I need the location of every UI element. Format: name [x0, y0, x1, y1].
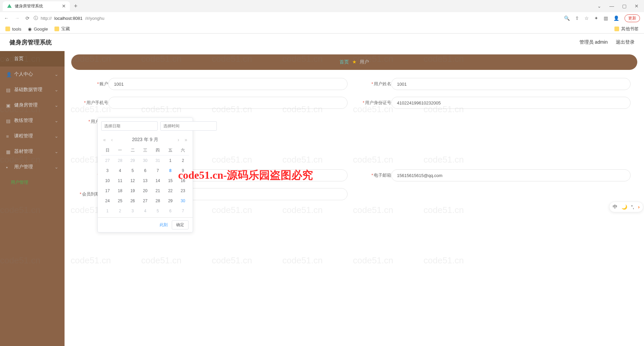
- dp-day[interactable]: 7: [177, 206, 189, 216]
- dp-day[interactable]: 29: [164, 196, 176, 206]
- users-icon: ▪: [6, 165, 11, 169]
- breadcrumb-current: 用户: [360, 59, 369, 64]
- window-dropdown-icon[interactable]: ⌄: [597, 3, 601, 9]
- dp-day[interactable]: 10: [101, 176, 114, 186]
- window-close-icon[interactable]: ✕: [635, 3, 639, 9]
- dp-day[interactable]: 25: [114, 196, 126, 206]
- dp-day[interactable]: 20: [139, 186, 151, 196]
- dp-day[interactable]: 9: [177, 166, 189, 176]
- bookmark-google[interactable]: ◉Google: [28, 27, 48, 32]
- browser-tab[interactable]: 健身房管理系统 ✕: [3, 1, 70, 11]
- account-input[interactable]: [108, 78, 348, 90]
- dp-day[interactable]: 6: [164, 206, 176, 216]
- idcard-input[interactable]: [391, 97, 631, 109]
- dp-calendar-grid: 日一二三四五六272829303112345678910111213141516…: [98, 145, 193, 217]
- dp-day[interactable]: 19: [126, 186, 139, 196]
- tab-close-icon[interactable]: ✕: [62, 3, 66, 9]
- dp-day[interactable]: 3: [101, 166, 114, 176]
- breadcrumb-home[interactable]: 首页: [339, 59, 349, 64]
- dp-day[interactable]: 18: [114, 186, 126, 196]
- phone-input[interactable]: [108, 97, 348, 109]
- arrow-right-icon[interactable]: ›: [638, 204, 640, 210]
- dp-day[interactable]: 14: [152, 176, 164, 186]
- extensions-icon[interactable]: ✦: [594, 15, 598, 21]
- dp-day[interactable]: 30: [177, 196, 189, 206]
- sidebar-item-home[interactable]: ⌂首页: [0, 51, 65, 67]
- field-name: *用户姓名: [361, 78, 631, 90]
- dp-day[interactable]: 2: [114, 206, 126, 216]
- dp-day[interactable]: 28: [114, 156, 126, 166]
- share-icon[interactable]: ⇪: [575, 15, 579, 21]
- dp-day[interactable]: 2: [177, 156, 189, 166]
- dp-day[interactable]: 23: [177, 186, 189, 196]
- dp-day[interactable]: 28: [152, 196, 164, 206]
- dp-day[interactable]: 5: [152, 206, 164, 216]
- dp-day[interactable]: 22: [164, 186, 176, 196]
- zoom-icon[interactable]: 🔍: [564, 15, 570, 21]
- dp-day[interactable]: 21: [152, 186, 164, 196]
- dp-day[interactable]: 17: [101, 186, 114, 196]
- sidebar-item-gym[interactable]: ▣健身房管理⌄: [0, 97, 65, 113]
- dp-day[interactable]: 16: [177, 176, 189, 186]
- dp-day[interactable]: 6: [139, 166, 151, 176]
- dp-prev-year-icon[interactable]: «: [102, 137, 107, 142]
- bookmark-treasure[interactable]: 宝藏: [54, 26, 70, 32]
- back-icon[interactable]: ←: [4, 15, 9, 21]
- other-bookmarks[interactable]: 其他书签: [614, 26, 639, 32]
- dp-day[interactable]: 30: [139, 156, 151, 166]
- dp-day[interactable]: 7: [152, 166, 164, 176]
- dp-next-month-icon[interactable]: ›: [176, 137, 181, 142]
- dp-title: 2023 年 9 月: [117, 137, 173, 143]
- star-icon[interactable]: ☆: [585, 15, 589, 21]
- dp-time-input[interactable]: [160, 121, 217, 131]
- dp-day[interactable]: 24: [101, 196, 114, 206]
- dp-day[interactable]: 3: [126, 206, 139, 216]
- dp-day[interactable]: 27: [101, 156, 114, 166]
- dp-ok-button[interactable]: 确定: [172, 220, 189, 229]
- dp-date-input[interactable]: [101, 121, 158, 131]
- dp-day[interactable]: 4: [139, 206, 151, 216]
- url-box[interactable]: ⓘ http://localhost:8081/#/yonghu: [34, 15, 104, 21]
- dp-day[interactable]: 1: [164, 156, 176, 166]
- sidebar-item-equipment[interactable]: ▦器材管理⌄: [0, 144, 65, 159]
- window-minimize-icon[interactable]: —: [609, 3, 614, 9]
- update-button[interactable]: 更新: [625, 14, 640, 22]
- reload-icon[interactable]: ⟳: [26, 15, 30, 21]
- moon-icon[interactable]: 🌙: [621, 204, 627, 210]
- dp-day[interactable]: 27: [139, 196, 151, 206]
- dp-day[interactable]: 11: [114, 176, 126, 186]
- logout-link[interactable]: 退出登录: [616, 39, 635, 45]
- dp-day[interactable]: 4: [114, 166, 126, 176]
- panel-icon[interactable]: ▥: [604, 15, 608, 21]
- dp-day[interactable]: 5: [126, 166, 139, 176]
- profile-icon[interactable]: 👤: [613, 15, 619, 21]
- email-input[interactable]: [391, 169, 631, 181]
- new-tab-button[interactable]: +: [74, 3, 78, 10]
- window-maximize-icon[interactable]: ▢: [622, 3, 627, 9]
- dp-day[interactable]: 31: [152, 156, 164, 166]
- site-info-icon[interactable]: ⓘ: [34, 15, 38, 21]
- sidebar-item-course[interactable]: ≡课程管理⌄: [0, 128, 65, 144]
- dp-day[interactable]: 29: [126, 156, 139, 166]
- dp-day[interactable]: 1: [101, 206, 114, 216]
- quote-icon[interactable]: “,: [631, 204, 634, 210]
- sidebar-item-profile[interactable]: 👤个人中心⌄: [0, 67, 65, 82]
- dp-day[interactable]: 15: [164, 176, 176, 186]
- dp-day[interactable]: 13: [139, 176, 151, 186]
- dp-day[interactable]: 8: [164, 166, 176, 176]
- forward-icon[interactable]: →: [15, 15, 19, 21]
- sidebar-subitem-users[interactable]: 用户管理: [0, 175, 65, 190]
- dp-next-year-icon[interactable]: »: [183, 137, 189, 142]
- dp-prev-month-icon[interactable]: ‹: [110, 137, 114, 142]
- name-input[interactable]: [391, 78, 631, 90]
- sidebar-item-coach[interactable]: ▤教练管理⌄: [0, 113, 65, 128]
- lang-cn-button[interactable]: 中: [613, 204, 617, 210]
- bookmark-tools[interactable]: tools: [5, 27, 21, 32]
- dp-now-button[interactable]: 此刻: [160, 222, 168, 228]
- sidebar-item-basicdata[interactable]: ▤基础数据管理⌄: [0, 82, 65, 97]
- field-spacer: [361, 116, 631, 163]
- sidebar-item-users[interactable]: ▪用户管理⌄: [0, 159, 65, 175]
- dp-day[interactable]: 12: [126, 176, 139, 186]
- dp-day[interactable]: 26: [126, 196, 139, 206]
- chevron-down-icon: ⌄: [54, 164, 58, 170]
